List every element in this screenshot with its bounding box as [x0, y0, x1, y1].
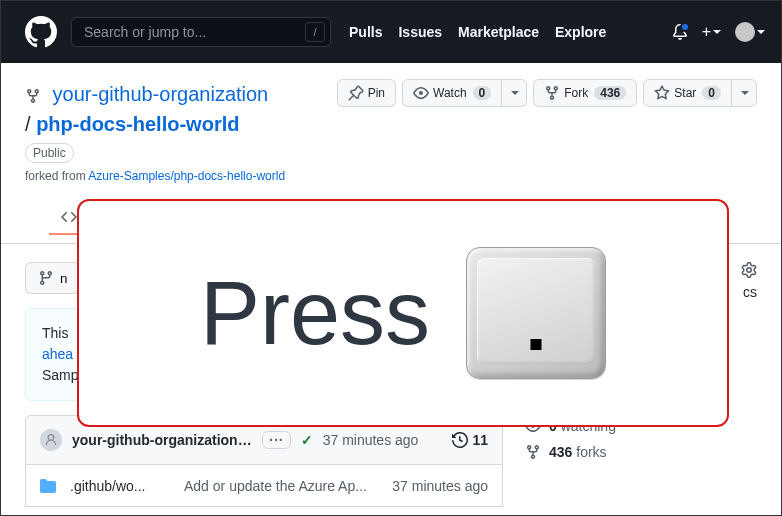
user-menu-button[interactable] [735, 22, 765, 42]
header-right: + [672, 22, 765, 42]
eye-icon [413, 85, 429, 101]
nav-pulls[interactable]: Pulls [349, 24, 382, 40]
person-icon [44, 433, 58, 447]
watch-button[interactable]: Watch 0 [402, 79, 502, 107]
avatar [735, 22, 755, 42]
create-new-button[interactable]: + [702, 23, 721, 41]
file-name[interactable]: .github/wo... [70, 478, 170, 494]
period-key-icon [531, 339, 542, 350]
search-wrap: / [71, 17, 331, 47]
folder-icon [40, 478, 56, 494]
overlay-text: Press [200, 262, 430, 365]
commit-author[interactable]: your-github-organization A... [72, 432, 252, 448]
chevron-down-icon [511, 91, 519, 95]
repo-actions: Pin Watch 0 Fork 436 Star 0 [337, 79, 757, 107]
star-count: 0 [702, 86, 721, 100]
file-row[interactable]: .github/wo... Add or update the Azure Ap… [25, 465, 503, 507]
history-icon [452, 432, 468, 448]
gear-icon [741, 262, 757, 278]
nav-issues[interactable]: Issues [398, 24, 442, 40]
about-settings-button[interactable] [741, 262, 757, 278]
repo-forked-icon [525, 444, 541, 460]
search-slash-hint: / [305, 22, 325, 42]
notifications-button[interactable] [672, 24, 688, 40]
mark-github-icon [25, 16, 57, 48]
code-icon [61, 209, 77, 225]
nav-marketplace[interactable]: Marketplace [458, 24, 539, 40]
nav-explore[interactable]: Explore [555, 24, 606, 40]
repo-forked-icon [544, 85, 560, 101]
history-button[interactable]: 11 [452, 432, 488, 448]
file-time: 37 minutes ago [392, 478, 488, 494]
commit-time: 37 minutes ago [323, 432, 419, 448]
forked-from-link[interactable]: Azure-Samples/php-docs-hello-world [88, 169, 285, 183]
forked-from: forked from Azure-Samples/php-docs-hello… [25, 169, 285, 183]
pin-icon [348, 85, 364, 101]
chevron-down-icon [741, 91, 749, 95]
github-logo[interactable] [25, 16, 57, 48]
nav-links: Pulls Issues Marketplace Explore [349, 24, 606, 40]
branch-select-button[interactable]: n [25, 262, 80, 294]
compare-link[interactable]: ahea [42, 346, 73, 362]
repo-separator: / [25, 113, 31, 135]
git-branch-icon [38, 270, 54, 286]
chevron-down-icon [757, 30, 765, 34]
global-header: / Pulls Issues Marketplace Explore + [1, 1, 781, 63]
visibility-badge: Public [25, 143, 74, 163]
plus-icon: + [702, 23, 711, 41]
keyboard-key [466, 247, 606, 379]
notification-dot [680, 22, 690, 32]
star-icon [654, 85, 670, 101]
chevron-down-icon [713, 30, 721, 34]
commit-message-expand[interactable]: ··· [262, 431, 291, 449]
watch-count: 0 [473, 86, 492, 100]
check-icon[interactable]: ✓ [301, 432, 313, 448]
avatar [40, 429, 62, 451]
forks-stat[interactable]: 436 forks [525, 444, 757, 460]
repo-forked-icon [25, 88, 41, 104]
file-commit-message[interactable]: Add or update the Azure Ap... [184, 478, 378, 494]
fork-button[interactable]: Fork 436 [533, 79, 637, 107]
star-button[interactable]: Star 0 [643, 79, 732, 107]
fork-count: 436 [594, 86, 626, 100]
watch-menu-button[interactable] [501, 79, 527, 107]
repo-title: your-github-organization / php-docs-hell… [25, 79, 285, 139]
search-input[interactable] [71, 17, 331, 47]
press-key-overlay: Press [77, 199, 729, 427]
pin-button[interactable]: Pin [337, 79, 396, 107]
star-menu-button[interactable] [731, 79, 757, 107]
repo-org-link[interactable]: your-github-organization [53, 83, 269, 105]
repo-name-link[interactable]: php-docs-hello-world [36, 113, 239, 135]
